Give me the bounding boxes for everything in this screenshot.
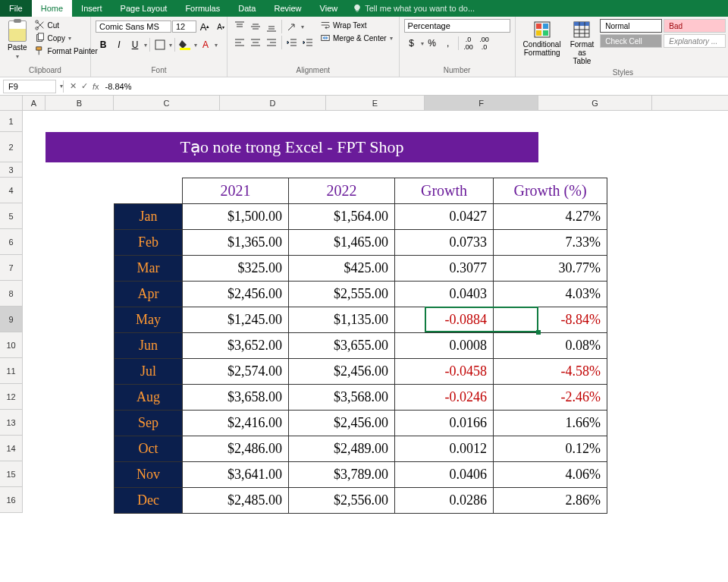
- percent-format-button[interactable]: %: [425, 36, 440, 51]
- cell-style-check[interactable]: Check Cell: [600, 34, 662, 48]
- row-header-14[interactable]: 14: [0, 436, 23, 461]
- cell-growth[interactable]: 0.0008: [395, 333, 494, 359]
- row-header-1[interactable]: 1: [0, 111, 23, 132]
- file-tab[interactable]: File: [0, 0, 32, 17]
- row-header-9[interactable]: 9: [0, 307, 23, 332]
- col-header-B[interactable]: B: [46, 96, 114, 110]
- cell-2022[interactable]: $3,789.00: [289, 462, 395, 488]
- decrease-decimal-button[interactable]: .00.0: [477, 36, 492, 51]
- increase-font-button[interactable]: A▴: [197, 19, 212, 34]
- cell-style-normal[interactable]: Normal: [600, 19, 662, 33]
- cell-growth[interactable]: -0.0884: [395, 307, 494, 333]
- fill-handle[interactable]: [536, 330, 541, 335]
- cell-2021[interactable]: $2,485.00: [183, 488, 289, 514]
- row-header-7[interactable]: 7: [0, 255, 23, 281]
- cell-2022[interactable]: $1,564.00: [289, 204, 395, 230]
- cell-2021[interactable]: $2,486.00: [183, 436, 289, 462]
- tab-view[interactable]: View: [311, 0, 347, 17]
- fx-icon[interactable]: fx: [93, 82, 99, 91]
- cell-month[interactable]: Mar: [115, 256, 183, 282]
- spreadsheet-grid[interactable]: A B C D E F G 1 2 3 4 5 6 7 8 9 10 11 12…: [0, 96, 728, 513]
- cell-month[interactable]: May: [115, 307, 183, 333]
- cell-2021[interactable]: $2,456.00: [183, 282, 289, 307]
- tab-formulas[interactable]: Formulas: [176, 0, 229, 17]
- row-header-12[interactable]: 12: [0, 384, 23, 410]
- cell-growth-pct[interactable]: -4.58%: [494, 359, 607, 385]
- orientation-button[interactable]: [284, 19, 300, 34]
- italic-button[interactable]: I: [111, 37, 127, 52]
- cell-month[interactable]: Dec: [115, 488, 183, 514]
- cell-growth[interactable]: 0.0403: [395, 282, 494, 307]
- cell-month[interactable]: Jun: [115, 333, 183, 359]
- cell-style-bad[interactable]: Bad: [664, 19, 726, 33]
- font-size-select[interactable]: [172, 20, 196, 33]
- decrease-font-button[interactable]: A▾: [213, 19, 228, 34]
- accounting-format-button[interactable]: $: [404, 36, 419, 51]
- merge-center-button[interactable]: Merge & Center▾: [318, 32, 394, 44]
- tab-data[interactable]: Data: [229, 0, 265, 17]
- select-all-triangle[interactable]: [0, 96, 23, 110]
- cell-growth-pct[interactable]: 4.06%: [494, 462, 607, 488]
- cell-month[interactable]: Nov: [115, 462, 183, 488]
- cell-growth-pct[interactable]: 0.12%: [494, 436, 607, 462]
- align-top-button[interactable]: [232, 19, 247, 34]
- cell-month[interactable]: Feb: [115, 230, 183, 256]
- row-header-11[interactable]: 11: [0, 358, 23, 384]
- increase-indent-button[interactable]: [300, 35, 315, 50]
- col-header-F[interactable]: F: [425, 96, 538, 110]
- row-header-16[interactable]: 16: [0, 487, 23, 513]
- cell-2022[interactable]: $2,556.00: [289, 488, 395, 514]
- fill-color-button[interactable]: [177, 37, 193, 52]
- cell-style-explanatory[interactable]: Explanatory ...: [664, 34, 726, 48]
- cell-month[interactable]: Aug: [115, 385, 183, 411]
- cell-2021[interactable]: $3,641.00: [183, 462, 289, 488]
- cell-growth-pct[interactable]: 0.08%: [494, 333, 607, 359]
- comma-format-button[interactable]: ,: [441, 36, 456, 51]
- cell-growth[interactable]: -0.0246: [395, 385, 494, 411]
- cell-2022[interactable]: $2,489.00: [289, 436, 395, 462]
- header-growth-pct[interactable]: Growth (%): [494, 178, 607, 204]
- cell-growth-pct[interactable]: -2.46%: [494, 385, 607, 411]
- row-header-10[interactable]: 10: [0, 332, 23, 358]
- tab-page-layout[interactable]: Page Layout: [111, 0, 177, 17]
- wrap-text-button[interactable]: Wrap Text: [318, 19, 394, 31]
- cell-growth-pct[interactable]: -8.84%: [494, 307, 607, 333]
- sheet-title-cell[interactable]: Tạo note trong Excel - FPT Shop: [46, 132, 538, 162]
- cell-growth[interactable]: 0.3077: [395, 256, 494, 282]
- font-name-select[interactable]: [96, 20, 171, 33]
- cell-2022[interactable]: $2,555.00: [289, 282, 395, 307]
- format-painter-button[interactable]: Format Painter: [33, 45, 99, 57]
- row-header-2[interactable]: 2: [0, 132, 23, 162]
- header-growth[interactable]: Growth: [395, 178, 494, 204]
- row-header-3[interactable]: 3: [0, 162, 23, 178]
- cancel-formula-icon[interactable]: ✕: [70, 81, 77, 91]
- tab-review[interactable]: Review: [265, 0, 310, 17]
- paste-button[interactable]: Paste ▾: [5, 19, 30, 61]
- col-header-E[interactable]: E: [326, 96, 425, 110]
- col-header-G[interactable]: G: [538, 96, 652, 110]
- cell-month[interactable]: Sep: [115, 411, 183, 436]
- cell-2022[interactable]: $425.00: [289, 256, 395, 282]
- row-header-5[interactable]: 5: [0, 203, 23, 229]
- col-header-D[interactable]: D: [220, 96, 326, 110]
- conditional-formatting-button[interactable]: Conditional Formatting: [520, 19, 564, 58]
- accept-formula-icon[interactable]: ✓: [81, 81, 88, 91]
- formula-input[interactable]: [104, 80, 722, 93]
- name-box[interactable]: [3, 80, 56, 93]
- align-right-button[interactable]: [264, 35, 279, 50]
- align-left-button[interactable]: [232, 35, 247, 50]
- cell-growth-pct[interactable]: 1.66%: [494, 411, 607, 436]
- col-header-A[interactable]: A: [23, 96, 46, 110]
- underline-button[interactable]: U: [127, 37, 143, 52]
- tab-insert[interactable]: Insert: [72, 0, 111, 17]
- cell-2021[interactable]: $1,245.00: [183, 307, 289, 333]
- cell-growth[interactable]: 0.0286: [395, 488, 494, 514]
- cell-growth-pct[interactable]: 30.77%: [494, 256, 607, 282]
- align-middle-button[interactable]: [248, 19, 263, 34]
- cell-growth[interactable]: 0.0406: [395, 462, 494, 488]
- cell-growth[interactable]: 0.0427: [395, 204, 494, 230]
- cell-2022[interactable]: $3,655.00: [289, 333, 395, 359]
- tell-me-search[interactable]: Tell me what you want to do...: [347, 4, 481, 13]
- cell-2022[interactable]: $1,465.00: [289, 230, 395, 256]
- cell-growth-pct[interactable]: 4.27%: [494, 204, 607, 230]
